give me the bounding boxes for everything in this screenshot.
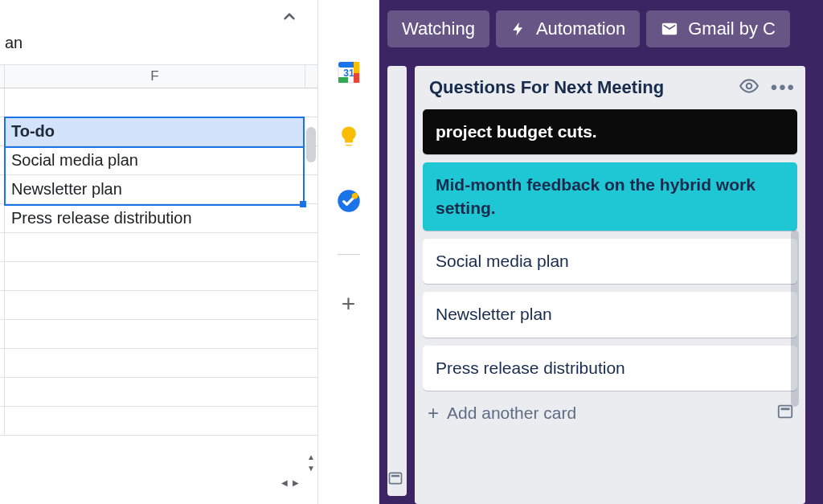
scroll-down-arrow[interactable]: ▼ bbox=[306, 462, 316, 473]
keep-icon[interactable] bbox=[334, 122, 363, 151]
trello-card[interactable]: Newsletter plan bbox=[423, 292, 797, 337]
table-row bbox=[0, 320, 317, 349]
watch-icon[interactable] bbox=[739, 76, 760, 100]
grid-cell-empty[interactable] bbox=[5, 349, 305, 377]
grid-cell-empty[interactable] bbox=[5, 378, 305, 406]
sheets-header-scrollgutter bbox=[305, 65, 317, 88]
grid-cell-empty[interactable] bbox=[5, 407, 305, 435]
calendar-day: 31 bbox=[343, 68, 354, 79]
automation-button[interactable]: Automation bbox=[496, 10, 640, 47]
automation-label: Automation bbox=[536, 18, 625, 39]
table-row bbox=[0, 407, 317, 436]
trello-list: Questions For Next Meeting ••• project b… bbox=[415, 66, 805, 504]
calendar-icon[interactable]: 31 bbox=[334, 58, 363, 87]
sheets-partial-topcell: an bbox=[0, 34, 317, 64]
trello-card[interactable]: Mid-month feedback on the hybrid work se… bbox=[423, 162, 797, 231]
table-row bbox=[0, 378, 317, 407]
svg-rect-10 bbox=[779, 406, 792, 418]
grid-cell[interactable]: Press release distribution bbox=[5, 204, 305, 232]
list-header: Questions For Next Meeting ••• bbox=[423, 74, 797, 101]
trello-card[interactable]: project budget cuts. bbox=[423, 109, 797, 154]
trello-pane: Watching Automation Gmail by C Quest bbox=[379, 0, 823, 504]
sheets-vertical-scrollbar[interactable]: ▲ ▼ bbox=[305, 88, 317, 475]
table-row bbox=[0, 233, 317, 262]
grid-cell-header[interactable]: To-do bbox=[5, 117, 305, 145]
list-scrollbar[interactable] bbox=[789, 109, 799, 391]
gmail-icon bbox=[661, 20, 678, 38]
watching-label: Watching bbox=[402, 18, 475, 39]
trello-card[interactable]: Social media plan bbox=[423, 239, 797, 284]
table-row: Press release distribution bbox=[0, 204, 317, 233]
table-row: To-do bbox=[0, 117, 317, 146]
sheets-horizontal-scrollbar[interactable]: ◀ ▶ bbox=[0, 475, 317, 488]
scrollbar-thumb[interactable] bbox=[306, 127, 316, 162]
partial-previous-list bbox=[387, 58, 407, 504]
scroll-left-arrow[interactable]: ◀ bbox=[279, 477, 290, 488]
list-title[interactable]: Questions For Next Meeting bbox=[429, 76, 664, 100]
svg-rect-4 bbox=[354, 73, 359, 83]
grid-cell-empty[interactable] bbox=[5, 320, 305, 348]
list-footer: + Add another card bbox=[423, 399, 797, 424]
svg-rect-11 bbox=[781, 408, 790, 410]
table-row bbox=[0, 349, 317, 378]
grid-cell-empty[interactable] bbox=[5, 262, 305, 290]
svg-rect-7 bbox=[390, 473, 402, 483]
template-icon[interactable] bbox=[387, 470, 403, 486]
side-panel-divider bbox=[338, 254, 360, 255]
column-letter: F bbox=[150, 68, 158, 84]
add-card-button[interactable]: + Add another card bbox=[428, 402, 576, 424]
table-row bbox=[0, 262, 317, 291]
svg-point-6 bbox=[351, 193, 358, 199]
card-template-icon[interactable] bbox=[776, 403, 794, 424]
cards-container: project budget cuts. Mid-month feedback … bbox=[423, 109, 797, 391]
board-body[interactable]: Questions For Next Meeting ••• project b… bbox=[379, 58, 823, 504]
sheets-pane: an F To-do Social media plan Newsletter … bbox=[0, 0, 318, 504]
tasks-icon[interactable] bbox=[334, 186, 363, 215]
sheets-column-header-row: F bbox=[0, 64, 317, 88]
table-row: Newsletter plan bbox=[0, 175, 317, 204]
gmail-label: Gmail by C bbox=[688, 18, 776, 39]
list-actions: ••• bbox=[739, 76, 796, 100]
table-row bbox=[0, 88, 317, 117]
watching-button[interactable]: Watching bbox=[387, 10, 489, 47]
sheets-grid[interactable]: To-do Social media plan Newsletter plan … bbox=[0, 88, 317, 436]
sheets-partial-text: an bbox=[5, 34, 23, 52]
svg-rect-8 bbox=[391, 475, 399, 477]
sheets-column-header[interactable]: F bbox=[5, 65, 305, 88]
add-card-label: Add another card bbox=[447, 404, 576, 423]
list-menu-icon[interactable]: ••• bbox=[771, 78, 796, 97]
add-addon-button[interactable]: + bbox=[342, 290, 356, 318]
grid-cell[interactable]: Newsletter plan bbox=[5, 175, 305, 203]
grid-cell-empty[interactable] bbox=[5, 88, 305, 117]
previous-list-sliver[interactable] bbox=[387, 66, 407, 496]
grid-cell[interactable]: Social media plan bbox=[5, 146, 305, 174]
table-row bbox=[0, 291, 317, 320]
table-row: Social media plan bbox=[0, 146, 317, 175]
chevron-up-icon[interactable] bbox=[279, 6, 300, 32]
sheets-toolbar-area bbox=[0, 0, 317, 34]
google-side-panel: 31 + bbox=[318, 0, 379, 504]
trello-card[interactable]: Press release distribution bbox=[423, 346, 797, 391]
bolt-icon bbox=[510, 21, 526, 37]
scrollbar-thumb[interactable] bbox=[791, 230, 799, 407]
grid-cell-empty[interactable] bbox=[5, 291, 305, 319]
board-toolbar: Watching Automation Gmail by C bbox=[379, 0, 823, 58]
svg-rect-3 bbox=[354, 62, 359, 73]
scroll-up-arrow[interactable]: ▲ bbox=[306, 451, 316, 462]
plus-icon: + bbox=[428, 402, 439, 424]
svg-point-9 bbox=[747, 84, 752, 89]
grid-cell-empty[interactable] bbox=[5, 233, 305, 261]
gmail-powerup-button[interactable]: Gmail by C bbox=[646, 10, 790, 47]
scroll-right-arrow[interactable]: ▶ bbox=[290, 477, 301, 488]
